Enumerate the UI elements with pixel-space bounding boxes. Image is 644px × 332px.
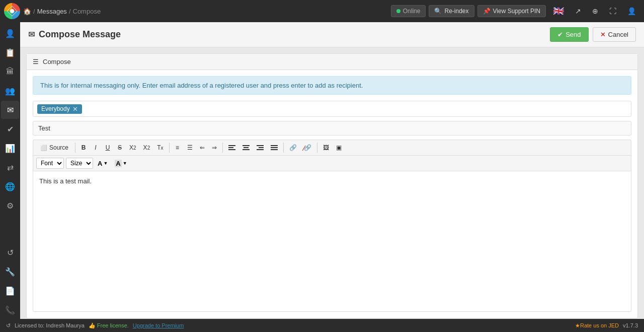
send-icon: ✔ [557,31,563,38]
indent-left-button[interactable]: ⇐ [197,142,208,153]
source-button[interactable]: ⬜ Source [36,142,72,153]
home-icon[interactable]: 🏠 [23,8,31,15]
breadcrumb-messages[interactable]: Messages [37,8,67,15]
compose-card-body: This is for internal messaging only. Ent… [27,70,637,318]
rate-jed-link[interactable]: ★Rate us on JED [575,322,619,329]
user-button[interactable]: 👤 [623,5,640,17]
sidebar-item-settings[interactable]: ⚙ [1,196,19,215]
indent-right-icon: ⇒ [212,144,217,151]
align-right-button[interactable] [254,142,267,153]
sidebar-item-tasks[interactable]: 📋 [1,43,19,61]
recipient-remove-button[interactable]: ✕ [72,105,78,113]
fixed-button[interactable]: Tx [154,142,166,153]
superscript-button[interactable]: X2 [140,142,153,153]
align-justify-button[interactable] [268,142,281,153]
online-button[interactable]: Online [391,5,426,17]
align-center-icon [243,145,250,150]
fullscreen-button[interactable]: ⛶ [605,5,620,17]
content-area: ☰ Compose This is for internal messaging… [20,47,644,319]
external-icon: ↗ [575,7,581,15]
search-icon: 🔍 [434,8,442,15]
sep5 [317,143,317,153]
support-pin-button[interactable]: 📌 View Support PIN [477,5,546,17]
bottom-bar: ↺ Licensed to: Indresh Maurya 👍 Free lic… [0,319,644,332]
align-justify-icon [271,145,278,150]
reindex-button[interactable]: 🔍 Re-index [429,5,474,17]
external-link-button[interactable]: ↗ [571,5,585,17]
breadcrumb: 🏠 / Messages / Compose [23,8,101,15]
pin-icon: 📌 [483,8,491,15]
app-logo[interactable] [4,3,20,19]
bold-button[interactable]: B [78,142,89,153]
recipient-everybody-tag: Everybody ✕ [37,104,82,114]
top-navbar: 🏠 / Messages / Compose Online 🔍 Re-index… [0,0,644,22]
subject-row[interactable]: Test [33,121,631,136]
ordered-list-button[interactable]: ≡ [172,142,183,153]
highlight-chevron-icon: ▼ [123,161,127,166]
compose-card-header: ☰ Compose [27,54,637,70]
sidebar-item-messages[interactable]: ✉ [1,101,19,119]
image-button[interactable]: 🖼 [320,142,332,153]
page-actions: ✔ Send ✕ Cancel [550,27,636,42]
ul-icon: ☰ [187,144,193,151]
align-right-icon [257,145,264,150]
online-indicator [396,9,400,13]
align-left-button[interactable] [225,142,238,153]
sidebar-item-docs[interactable]: 📄 [1,282,19,300]
unlink-icon: 🔗⁄ [304,144,311,151]
embed-button[interactable]: ▣ [333,142,345,153]
loading-icon: ↺ [6,322,11,329]
sidebar-item-transfers[interactable]: ⇄ [1,158,19,176]
upgrade-link[interactable]: Upgrade to Premium [133,322,184,328]
unordered-list-button[interactable]: ☰ [184,142,196,153]
compose-header-icon: ☰ [33,58,39,65]
sep4 [283,143,284,153]
sidebar-item-network[interactable]: 🌐 [1,177,19,195]
breadcrumb-current: Compose [73,8,101,15]
compose-card: ☰ Compose This is for internal messaging… [26,53,638,318]
highlight-color-button[interactable]: A ▼ [112,158,129,169]
breadcrumb-sep2: / [69,8,71,15]
strikethrough-button[interactable]: S [114,142,125,153]
fullscreen-icon: ⛶ [609,7,616,15]
image-icon: 🖼 [323,144,329,151]
chevron-down-icon: ▼ [103,161,108,166]
breadcrumb-sep1: / [33,8,35,15]
sidebar-item-users[interactable]: 👥 [1,82,19,100]
sep3 [222,143,223,153]
link-icon: 🔗 [289,144,297,151]
sidebar-item-checks[interactable]: ✔ [1,120,19,138]
italic-button[interactable]: I [90,142,101,153]
sidebar: 👤 📋 🏛 👥 ✉ ✔ 📊 ⇄ 🌐 ⚙ ↺ 🔧 📄 📞 [0,22,20,319]
cancel-button[interactable]: ✕ Cancel [593,27,636,42]
sidebar-item-reports[interactable]: 📊 [1,139,19,157]
send-button[interactable]: ✔ Send [550,27,588,42]
align-center-button[interactable] [239,142,253,153]
size-select[interactable]: Size [66,158,93,169]
toolbar-row2: Font Size A ▼ A ▼ [33,156,631,171]
font-color-button[interactable]: A ▼ [95,158,110,169]
user-icon: 👤 [627,7,636,15]
indent-left-icon: ⇐ [200,144,205,151]
extensions-button[interactable]: ⊕ [588,5,602,17]
compose-icon: ✉ [28,30,35,39]
sidebar-item-phone[interactable]: 📞 [1,301,19,319]
sidebar-item-refresh[interactable]: ↺ [1,243,19,261]
toolbar-row1: ⬜ Source B I U S X2 X2 Tx ≡ [33,140,631,156]
sidebar-item-profile[interactable]: 👤 [1,24,19,42]
free-license-badge: 👍 Free license. [89,322,129,329]
font-color-a-icon: A [98,160,102,167]
version-text: v1.7.3 [623,322,638,328]
editor-body[interactable]: This is a test mail. [33,171,631,312]
underline-button[interactable]: U [102,142,113,153]
sidebar-item-admin[interactable]: 🏛 [1,62,19,81]
indent-right-button[interactable]: ⇒ [209,142,220,153]
language-button[interactable]: 🇬🇧 [549,4,568,19]
subscript-button[interactable]: X2 [126,142,139,153]
sidebar-item-tools[interactable]: 🔧 [1,262,19,281]
sep2 [169,143,170,153]
link-button[interactable]: 🔗 [286,142,300,153]
font-select[interactable]: Font [36,158,64,169]
unlink-button[interactable]: 🔗⁄ [301,142,314,153]
recipients-row[interactable]: Everybody ✕ [33,101,631,117]
